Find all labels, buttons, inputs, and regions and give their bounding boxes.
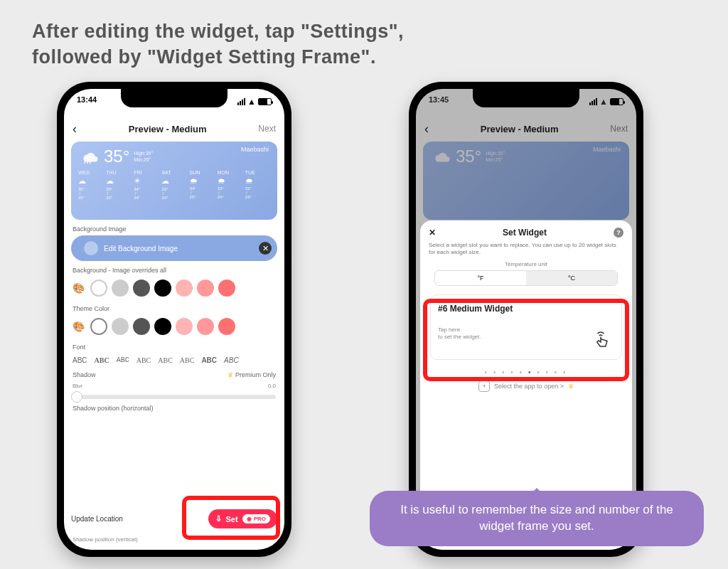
font-option[interactable]: ABC [117,356,129,364]
page-title: Preview - Medium [129,124,207,134]
phone-left: 13:44 ▲ ‹ Preview - Medium Next Maebashi… [57,82,291,557]
section-font: Font [71,344,277,351]
unit-c[interactable]: °C [526,271,617,285]
help-icon[interactable]: ? [614,228,623,238]
color-swatch[interactable] [218,280,235,297]
next-button[interactable]: Next [258,124,276,134]
font-row: ABC ABC ABC ABC ABC ABC ABC ABC [71,353,277,367]
back-button[interactable]: ‹ [73,122,77,137]
font-option[interactable]: ABC [73,356,87,364]
color-swatch[interactable] [90,280,107,297]
weather-widget-preview: Maebashi 35° High:35°Min:25° WED☁35° / 2… [71,142,277,220]
highlight-set-button [182,496,280,540]
wifi-icon: ▲ [247,97,256,107]
font-option[interactable]: ABC [224,356,239,364]
instruction-text: After editing the widget, tap "Settings"… [32,18,404,70]
color-swatch[interactable] [154,280,171,297]
font-option[interactable]: ABC [158,356,173,364]
section-bg-image: Background Image [71,225,277,233]
sheet-description: Select a widget slot you want to replace… [429,242,623,257]
edit-bg-button[interactable]: Edit Background Image ✕ [71,235,277,261]
theme-color-row: 🎨 [71,315,277,338]
callout-bubble: It is useful to remember the size and nu… [370,491,704,546]
nav-bar: ‹ Preview - Medium Next [64,117,284,140]
color-swatch[interactable] [197,318,214,335]
blur-slider[interactable] [73,395,276,399]
font-option[interactable]: ABC [136,356,151,364]
section-theme: Theme Color [71,305,277,312]
shadow-h-label: Shadow position (horizontal) [71,405,277,412]
plus-icon: + [478,381,490,392]
bubble-icon [84,241,98,255]
color-swatch[interactable] [176,280,193,297]
crown-icon: ♛ [568,383,574,390]
temp-unit-label: Temperature unit [429,261,623,267]
premium-badge: ♛ Premium Only [228,371,276,378]
color-swatch[interactable] [112,280,129,297]
color-swatch[interactable] [218,318,235,335]
color-swatch[interactable] [90,318,107,335]
unit-f[interactable]: °F [435,271,526,285]
temp-unit-segment[interactable]: °F °C [434,270,618,286]
sheet-title: Set Widget [503,228,547,238]
crown-icon: ♛ [228,371,233,378]
color-swatch[interactable] [197,280,214,297]
status-time: 13:44 [77,95,97,108]
shadow-v-label: Shadow position (vertical) [73,536,138,543]
font-option[interactable]: ABC [95,356,109,364]
color-swatch[interactable] [154,318,171,335]
update-location-button[interactable]: Update Location [71,515,123,523]
bg-color-row: 🎨 [71,277,277,299]
phone-right: 13:45 ▲ ‹ Preview - Medium Next Maebashi… [409,82,643,557]
cellular-icon [237,98,245,105]
section-shadow: Shadow [73,371,96,378]
weather-icon [78,146,100,167]
close-sheet-button[interactable]: ✕ [429,228,436,238]
color-swatch[interactable] [133,280,150,297]
font-option[interactable]: ABC [180,356,195,364]
palette-icon[interactable]: 🎨 [73,321,85,332]
palette-icon[interactable]: 🎨 [73,282,85,294]
color-swatch[interactable] [133,318,150,335]
select-app-row[interactable]: + Select the app to open > ♛ [429,381,623,392]
section-bg-color: Background - Image overrides all [71,267,277,274]
highlight-widget-slot [423,299,629,381]
color-swatch[interactable] [112,318,129,335]
font-option[interactable]: ABC [201,356,217,364]
clear-bg-icon[interactable]: ✕ [259,242,272,255]
battery-icon [258,98,272,105]
color-swatch[interactable] [176,318,193,335]
